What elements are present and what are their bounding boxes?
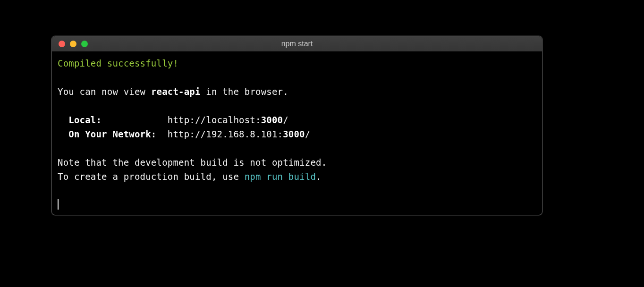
compiled-status: Compiled successfully! — [58, 58, 178, 68]
network-port: 3000 — [283, 129, 305, 139]
titlebar[interactable]: npm start — [52, 36, 542, 51]
local-label: Local: — [58, 115, 168, 125]
build-command: npm run build — [245, 171, 316, 182]
terminal-window: npm start Compiled successfully! You can… — [51, 36, 542, 215]
network-url-prefix: http://192.168.8.101: — [168, 129, 283, 139]
traffic-lights — [52, 41, 88, 47]
network-url-suffix: / — [305, 129, 311, 139]
local-url-prefix: http://localhost: — [168, 115, 261, 125]
maximize-icon[interactable] — [81, 41, 88, 47]
build-suffix: . — [316, 171, 322, 182]
app-name: react-api — [151, 86, 201, 97]
network-label: On Your Network: — [58, 129, 168, 139]
local-url-suffix: / — [283, 115, 288, 125]
terminal-output[interactable]: Compiled successfully! You can now view … — [52, 51, 542, 215]
view-text-suffix: in the browser. — [201, 86, 288, 97]
note-line: Note that the development build is not o… — [58, 157, 327, 168]
cursor-icon — [58, 199, 59, 210]
local-port: 3000 — [261, 115, 283, 125]
window-title: npm start — [52, 40, 542, 48]
minimize-icon[interactable] — [70, 41, 76, 47]
build-prefix: To create a production build, use — [58, 171, 245, 182]
view-text-prefix: You can now view — [58, 86, 151, 97]
close-icon[interactable] — [59, 41, 65, 47]
